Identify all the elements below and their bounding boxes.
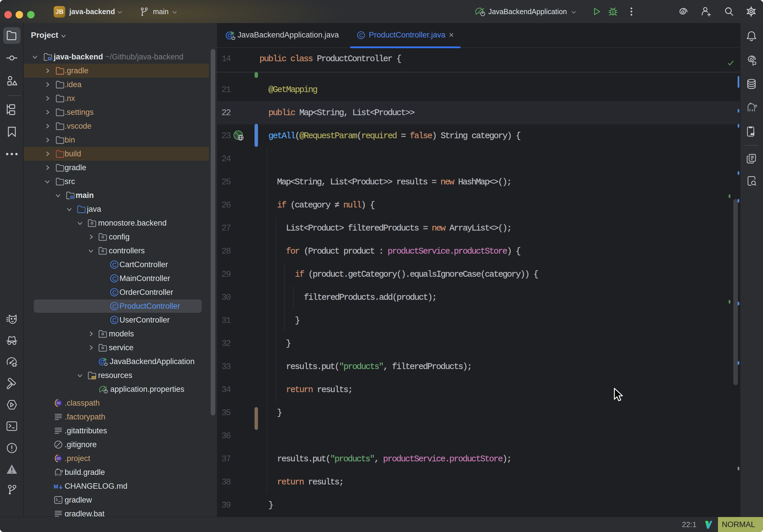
- svg-text:M: M: [54, 483, 58, 489]
